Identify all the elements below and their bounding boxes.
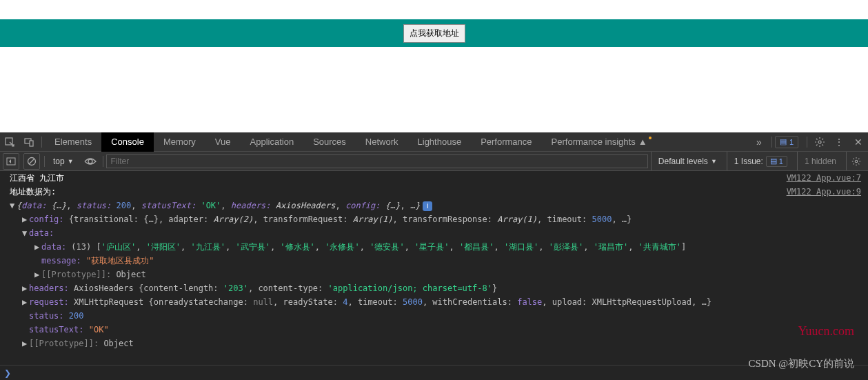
object-summary[interactable]: ▼{data: {…}, status: 200, statusText: 'O…: [3, 199, 865, 212]
log-levels-selector[interactable]: Default levels▼: [651, 152, 724, 170]
close-icon[interactable]: ✕: [849, 132, 868, 152]
tab-lighthouse[interactable]: Lighthouse: [408, 132, 472, 152]
console-output[interactable]: 江西省 九江市VM122 App.vue:7 地址数据为:VM122 App.v…: [0, 171, 868, 365]
header-bar: 点我获取地址: [0, 19, 868, 47]
live-expression-icon[interactable]: [82, 153, 99, 170]
get-address-button[interactable]: 点我获取地址: [403, 24, 465, 43]
tab-application[interactable]: Application: [241, 132, 304, 152]
devtools-tabstrip: Elements Console Memory Vue Application …: [0, 132, 868, 152]
tab-vue[interactable]: Vue: [205, 132, 241, 152]
device-toggle-icon[interactable]: [19, 132, 39, 152]
svg-point-3: [818, 141, 821, 143]
object-prop: status: 200: [3, 309, 865, 323]
object-prop: statusText: "OK": [3, 323, 865, 337]
clear-console-icon[interactable]: [23, 153, 40, 170]
object-prop[interactable]: ▶data: (13) ['庐山区', '浔阳区', '九江县', '武宁县',…: [3, 240, 865, 254]
log-line: 江西省 九江市: [3, 171, 787, 185]
svg-rect-2: [30, 141, 33, 146]
context-selector[interactable]: top▼: [48, 157, 79, 166]
source-link[interactable]: VM122 App.vue:9: [787, 185, 865, 199]
object-prop[interactable]: ▶config: {transitional: {…}, adapter: Ar…: [3, 212, 865, 226]
object-prop[interactable]: ▶headers: AxiosHeaders {content-length: …: [3, 281, 865, 295]
object-prop[interactable]: ▶[[Prototype]]: Object: [3, 337, 865, 350]
svg-point-7: [88, 159, 92, 163]
source-link[interactable]: VM122 App.vue:7: [787, 171, 865, 185]
more-tabs-icon[interactable]: »: [749, 132, 769, 152]
kebab-icon[interactable]: ⋮: [829, 132, 849, 152]
console-toolbar: top▼ Default levels▼ 1 Issue:▤1 1 hidden: [0, 152, 868, 171]
svg-point-8: [855, 160, 858, 163]
filter-wrap: [106, 154, 648, 168]
console-prompt[interactable]: ❯: [0, 365, 868, 380]
inspect-icon[interactable]: [0, 132, 19, 152]
tab-perf-insights[interactable]: Performance insights ▲: [542, 132, 661, 152]
issues-chip[interactable]: ▤1: [775, 136, 798, 148]
log-line: 地址数据为:: [3, 185, 787, 199]
console-filter-input[interactable]: [106, 154, 648, 168]
object-prop[interactable]: ▼data:: [3, 226, 865, 240]
object-prop: message: "获取地区县成功": [3, 254, 865, 268]
info-icon[interactable]: i: [423, 201, 432, 211]
object-prop[interactable]: ▶request: XMLHttpRequest {onreadystatech…: [3, 295, 865, 309]
tab-performance[interactable]: Performance: [471, 132, 541, 152]
tab-memory[interactable]: Memory: [154, 132, 205, 152]
tab-sources[interactable]: Sources: [303, 132, 356, 152]
tab-network[interactable]: Network: [356, 132, 408, 152]
tab-elements[interactable]: Elements: [45, 132, 101, 152]
tab-console[interactable]: Console: [101, 132, 154, 152]
svg-line-6: [29, 159, 34, 164]
object-prop[interactable]: ▶[[Prototype]]: Object: [3, 268, 865, 281]
devtools-panel: Elements Console Memory Vue Application …: [0, 132, 868, 380]
console-settings-icon[interactable]: [846, 152, 865, 170]
hidden-count: 1 hidden: [797, 152, 843, 170]
settings-icon[interactable]: [810, 132, 829, 152]
toggle-sidebar-icon[interactable]: [3, 153, 19, 170]
issues-summary[interactable]: 1 Issue:▤1: [727, 152, 794, 170]
